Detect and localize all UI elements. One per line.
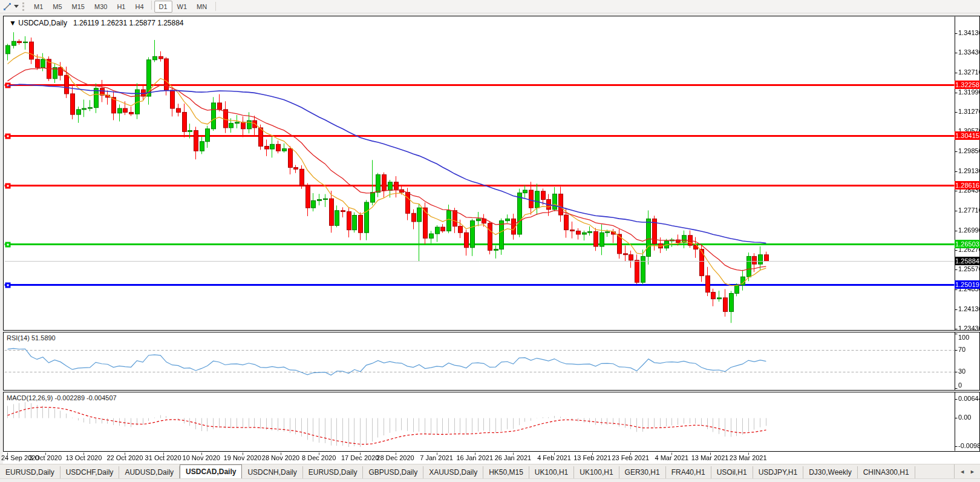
- chart-title: ▼ USDCAD,Daily1.26119 1.26231 1.25877 1.…: [9, 19, 184, 27]
- chart-tab-ger30-h1[interactable]: GER30,H1: [619, 466, 666, 479]
- timeframe-button-mn[interactable]: MN: [192, 1, 212, 13]
- chart-tab-usdjpy-h1[interactable]: USDJPY,H1: [753, 466, 803, 479]
- chart-tab-usdcad-daily[interactable]: USDCAD,Daily: [180, 464, 242, 479]
- tab-scroll-right-icon[interactable]: ►: [967, 469, 978, 475]
- top-toolbar: M1M5M15M30H1H4D1W1MN: [0, 0, 980, 13]
- chart-tab-china300-h1[interactable]: CHINA300,H1: [858, 466, 915, 479]
- toolbar-grip: [22, 2, 24, 11]
- chart-title-caret-icon[interactable]: ▼: [9, 19, 16, 27]
- chart-tab-xauusd-daily[interactable]: XAUUSD,Daily: [423, 466, 483, 479]
- chart-tab-usoil-h1[interactable]: USOil,H1: [711, 466, 753, 479]
- chart-tools-icon[interactable]: [2, 2, 12, 12]
- timeframe-button-m5[interactable]: M5: [48, 1, 67, 13]
- chart-tab-audusd-daily[interactable]: AUDUSD,Daily: [119, 466, 180, 479]
- rsi-name: RSI(14): [7, 334, 30, 342]
- chart-tab-bar: EURUSD,DailyUSDCHF,DailyAUDUSD,DailyUSDC…: [0, 464, 980, 479]
- chart-symbol-label: USDCAD,Daily: [18, 19, 67, 27]
- timeframe-button-m15[interactable]: M15: [67, 1, 90, 13]
- chart-tab-usdchf-daily[interactable]: USDCHF,Daily: [60, 466, 120, 479]
- timeframe-button-h4[interactable]: H4: [130, 1, 148, 13]
- timeframe-button-d1[interactable]: D1: [154, 1, 172, 13]
- chart-tab-usdcnh-daily[interactable]: USDCNH,Daily: [242, 466, 302, 479]
- status-strip: [0, 478, 980, 482]
- tab-scroll-arrows: ◄ ►: [954, 464, 980, 479]
- chart-tab-gbpusd-daily[interactable]: GBPUSD,Daily: [363, 466, 423, 479]
- timeframe-button-w1[interactable]: W1: [172, 1, 192, 13]
- chart-tab-dj30-weekly[interactable]: DJ30,Weekly: [803, 466, 857, 479]
- tab-strip: EURUSD,DailyUSDCHF,DailyAUDUSD,DailyUSDC…: [0, 464, 915, 479]
- chart-ohlc-values: 1.26119 1.26231 1.25877 1.25884: [73, 19, 184, 27]
- timeframe-button-m30[interactable]: M30: [90, 1, 112, 13]
- rsi-value: 51.5890: [31, 334, 56, 342]
- toolbar-separator: [215, 2, 216, 11]
- macd-values: -0.002289 -0.004507: [54, 394, 116, 401]
- chart-tab-eurusd-daily[interactable]: EURUSD,Daily: [0, 466, 60, 479]
- timeframe-button-h1[interactable]: H1: [112, 1, 130, 13]
- macd-panel[interactable]: MACD(12,26,9) -0.002289 -0.004507: [3, 392, 980, 452]
- rsi-panel[interactable]: RSI(14) 51.5890: [3, 332, 980, 391]
- macd-label: MACD(12,26,9) -0.002289 -0.004507: [7, 394, 117, 401]
- chart-window: ▼ USDCAD,Daily1.26119 1.26231 1.25877 1.…: [3, 16, 980, 464]
- chart-tab-fra40-h1[interactable]: FRA40,H1: [666, 466, 711, 479]
- chart-tab-hk50-m15[interactable]: HK50,M15: [483, 466, 529, 479]
- chart-tools-dropdown-icon[interactable]: [14, 5, 19, 8]
- timeframe-button-m1[interactable]: M1: [29, 1, 48, 13]
- macd-name: MACD(12,26,9): [7, 394, 53, 401]
- toolbar-separator: [151, 1, 152, 10]
- chart-tab-uk100-h1[interactable]: UK100,H1: [529, 466, 574, 479]
- price-chart-panel[interactable]: ▼ USDCAD,Daily1.26119 1.26231 1.25877 1.…: [3, 16, 980, 331]
- rsi-label: RSI(14) 51.5890: [7, 334, 56, 342]
- tab-scroll-left-icon[interactable]: ◄: [957, 469, 967, 475]
- chart-tab-eurusd-daily[interactable]: EURUSD,Daily: [303, 466, 364, 479]
- chart-tab-uk100-h1[interactable]: UK100,H1: [574, 466, 619, 479]
- timeframe-buttons: M1M5M15M30H1H4D1W1MN: [29, 1, 212, 13]
